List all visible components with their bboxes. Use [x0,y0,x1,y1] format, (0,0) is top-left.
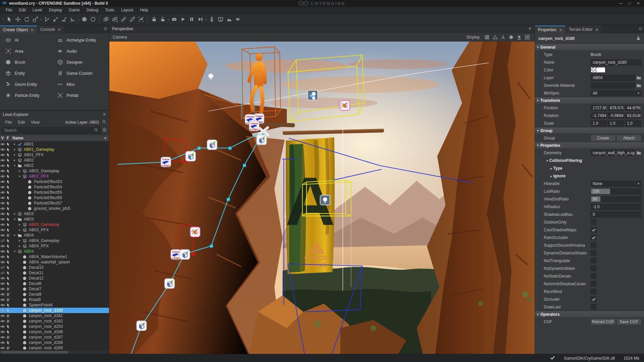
sort-caret-icon[interactable]: ▾ [104,136,109,140]
entity-badge-climb-ledge[interactable]: Climb Ledge [161,157,171,167]
cursor-icon[interactable] [5,303,11,307]
panel-float-icon[interactable] [639,27,642,32]
cursor-icon[interactable] [5,271,11,275]
screen-icon[interactable] [216,15,225,24]
visibility-eye-icon[interactable] [0,147,5,152]
cursor-icon[interactable] [5,190,11,195]
menu-item-edit[interactable]: Edit [16,7,29,13]
tree-row-decal11[interactable]: Decal11 [0,270,109,276]
visibility-eye-icon[interactable] [0,228,5,232]
tree-row-decal6[interactable]: Decal6 [0,281,109,286]
cursor-icon[interactable] [5,249,11,254]
tree-row-particleeffect53[interactable]: ParticleEffect53 [0,179,109,184]
rotation-z-input[interactable]: 63.0148 [625,113,641,119]
frozen-cursor-icon[interactable] [5,233,11,238]
layer-picker-icon[interactable] [102,120,106,125]
cursor-icon[interactable] [5,341,11,345]
game-mode-icon[interactable] [170,15,178,24]
toolbar-dropdown-dot[interactable] [167,15,170,24]
tree-row-spawnpoint4[interactable]: SpawnPoint4 [0,302,109,308]
tree-row-decal7[interactable]: Decal7 [0,286,109,292]
visibility-eye-icon[interactable] [0,292,5,297]
create-geom-entity-button[interactable]: Geom Entity [5,81,57,87]
expander-open-icon[interactable] [12,218,17,221]
select-icon[interactable] [5,15,13,24]
tree-row-canyon_rock_d180[interactable]: canyon_rock_d180 [0,308,109,313]
cursor-icon[interactable] [5,324,11,329]
create-designer-button[interactable]: Designer [57,59,109,65]
cursor-icon[interactable] [5,164,11,168]
expander-open-icon[interactable] [12,164,17,168]
expander-closed-icon[interactable] [17,244,22,248]
menu-item-help[interactable]: Help [137,7,151,13]
cursor-icon[interactable] [5,223,11,227]
cursor-icon[interactable] [5,260,11,264]
browse-folder-icon[interactable] [636,83,641,88]
frozen-cursor-icon[interactable] [5,287,11,291]
browse-folder-icon[interactable] [636,150,641,155]
tree-row-canyon_rock_d182[interactable]: canyon_rock_d182 [0,318,109,324]
maximize-button[interactable]: □ [625,0,634,6]
expander-open-icon[interactable] [12,250,17,253]
tree-row-ab01_gameplay[interactable]: AB01_Gameplay [0,147,109,152]
nottriangulate-checkbox[interactable] [591,258,596,263]
tree-row-ab04_gameplay[interactable]: AB04_Gameplay [0,238,109,243]
tree-row-decal12[interactable]: Decal12 [0,276,109,281]
object-drop-icon[interactable] [515,34,523,41]
visibility-eye-icon[interactable] [0,190,5,195]
cursor-icon[interactable] [5,158,11,163]
toolbar-dropdown-dot[interactable] [205,15,207,24]
rotate-icon[interactable] [22,15,31,24]
visibility-off-icon[interactable] [0,238,5,243]
create-entity-button[interactable]: Entity [5,70,57,76]
visibility-eye-icon[interactable] [0,276,5,281]
column-visibility[interactable]: V [0,136,5,140]
section-header-properties[interactable]: ▾Properties [535,142,644,149]
menu-item-debug[interactable]: Debug [84,7,101,13]
visibility-eye-icon[interactable] [0,217,5,222]
group-icon[interactable] [102,15,110,24]
create-prefab-button[interactable]: Prefab [57,93,109,98]
tree-row-canyon_rock_d286[interactable]: canyon_rock_d286 [0,329,109,335]
cursor-icon[interactable] [5,212,11,216]
expander-closed-icon[interactable] [12,142,17,146]
visibility-eye-icon[interactable] [0,195,5,200]
cursor-icon[interactable] [5,206,11,211]
visibility-eye-icon[interactable] [0,254,5,259]
pause-icon[interactable] [187,15,196,24]
play-icon[interactable] [178,15,187,24]
visibility-eye-icon[interactable] [0,329,5,334]
axis-snap-icon[interactable] [42,15,51,24]
tab-close-icon[interactable] [595,28,599,32]
visibility-eye-icon[interactable] [0,346,5,350]
level-explorer-menu-file[interactable]: File [3,120,14,125]
visibility-eye-icon[interactable] [0,206,5,211]
cursor-icon[interactable] [5,180,11,184]
rotation-y-input[interactable]: -0.9694 [608,113,624,119]
cursor-icon[interactable] [5,244,11,248]
noamnbshadowcaster-checkbox[interactable] [591,281,596,287]
dynamicdistanceshado-checkbox[interactable] [591,250,596,256]
visibility-eye-icon[interactable] [0,324,5,329]
cursor-icon[interactable] [5,196,11,200]
tree-horizontal-scrollbar[interactable] [0,350,109,354]
tree-row-particleeffect56[interactable]: ParticleEffect56 [0,195,109,200]
frozen-cursor-icon[interactable] [5,298,11,302]
visibility-eye-icon[interactable] [0,169,5,173]
entity-badge-geometry[interactable] [165,279,175,288]
cursor-icon[interactable] [5,276,11,281]
visibility-eye-icon[interactable] [0,244,5,248]
viewport-close-icon[interactable] [528,26,532,32]
right-tab-properties[interactable]: Properties [535,25,566,34]
link-icon[interactable] [119,15,128,24]
frozen-cursor-icon[interactable] [5,292,11,297]
move-icon[interactable] [13,15,22,24]
cursor-icon[interactable] [5,228,11,232]
tree-row-ab03_pfx[interactable]: AB03_PFX [0,227,109,233]
expander-closed-icon[interactable] [17,239,22,243]
search-input[interactable]: Search [2,127,100,134]
override-material-input[interactable] [591,82,635,88]
create-button[interactable]: Create [591,135,615,141]
nodynamicwater-checkbox[interactable] [591,265,596,271]
tree-row-ab03_gameplay[interactable]: AB03_Gameplay [0,222,109,227]
